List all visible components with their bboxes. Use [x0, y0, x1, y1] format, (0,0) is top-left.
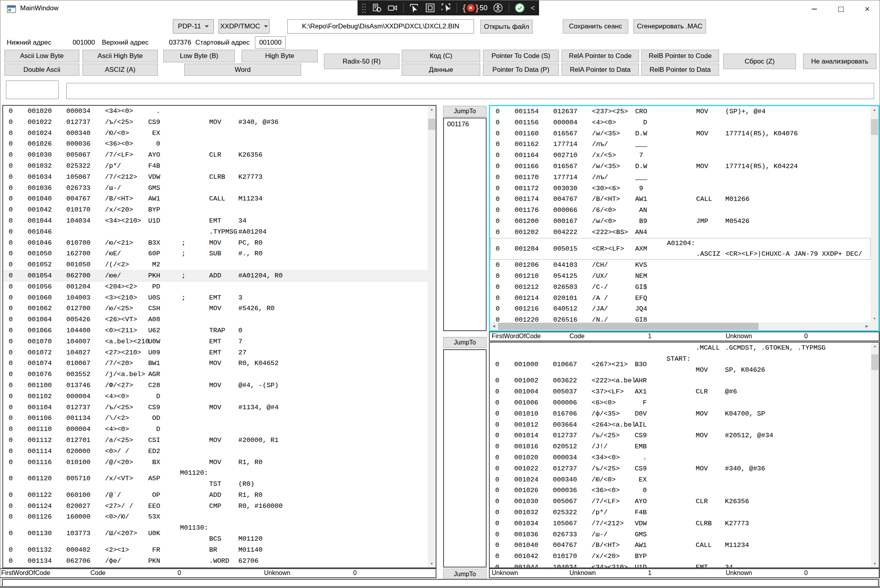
format-select[interactable]: XXDP/TMOC [219, 19, 270, 34]
right-top-horizontal-scrollbar[interactable]: ◀ ▶ [490, 322, 871, 330]
radix50-button[interactable]: Radix-50 (R) [324, 54, 399, 69]
listing-row[interactable]: 0001114020000<0>/ /ED2 [3, 446, 428, 457]
jumpto-list-top[interactable]: 001176 [443, 118, 487, 331]
listing-row[interactable]: 0001206044103/CH/KVS [490, 260, 871, 271]
high-byte-button[interactable]: High Byte [242, 50, 318, 62]
listing-row[interactable]: 0001212026503/C-/GI$ [490, 282, 871, 293]
listing-row[interactable]: 0001120005710/x/<VT>A5PM01120:TST(R0) [3, 468, 428, 490]
listing-row[interactable]: 0001000010667<267><21>B3OSTART:MOVSP, K0… [490, 354, 871, 376]
listing-row[interactable]: 0001200000167/w/<0>B9JMPM05426 [490, 216, 871, 227]
listing-row[interactable]: 0001002003622<222><a.belAHR [490, 375, 871, 386]
collapse-chevron-icon[interactable]: < [530, 4, 535, 13]
listing-row[interactable]: .MCALL.GCMDST, .GTOKEN, .TYPMSG [490, 343, 871, 354]
no-analyze-button[interactable]: Не анализировать [803, 54, 876, 69]
start-address-input[interactable]: 001000 [255, 36, 286, 49]
jumpto-button-middle[interactable]: JumpTo [443, 337, 487, 348]
listing-row[interactable]: 0001102000004<4><0>D [3, 391, 428, 402]
listing-row[interactable]: 0001032025322/p*/F4B [490, 507, 871, 518]
jumpto-button-top[interactable]: JumpTo [443, 106, 487, 117]
listing-row[interactable]: 0001026000036<36><0>0 [490, 485, 871, 496]
listing-row[interactable]: 0001020000034<34><0>. [490, 452, 871, 463]
listing-row[interactable]: 0001104012737/ъ/<25>CS9MOV#1134, @#4 [3, 402, 428, 413]
double-ascii-button[interactable]: Double Ascii [4, 64, 79, 76]
listing-row[interactable]: 0001030005067/7/<LF>AYOCLRK26356 [490, 496, 871, 507]
listing-row[interactable]: 0001046.TYPMSG#A01204 [3, 227, 428, 238]
listing-row[interactable]: 0001202004222<222><BS>AN4 [490, 227, 871, 238]
pointer-to-data-button[interactable]: Pointer To Data (P) [483, 64, 559, 76]
cursor-select-icon[interactable] [409, 3, 419, 13]
right-bottom-vertical-scrollbar[interactable]: ▲ ▼ [871, 343, 879, 567]
open-file-button[interactable]: Открыть файл [480, 20, 533, 34]
camera-icon[interactable] [388, 3, 398, 13]
listing-row[interactable]: 0001042010170/x/<20>BYP [3, 204, 428, 215]
listing-row[interactable]: 0001176000066/6/<0>AN [490, 205, 871, 216]
listing-row[interactable]: 0001044104034<34><210>U1DEMT34 [490, 562, 871, 567]
listing-row[interactable]: 0001034105067/7/<212>VDWCLRBK27773 [490, 518, 871, 529]
scroll-up-icon[interactable]: ▲ [871, 343, 879, 350]
ascii-low-byte-button[interactable]: Ascii Low Byte [4, 50, 79, 62]
listing-row[interactable]: 0001026000036<36><0>0 [3, 139, 428, 150]
generate-mac-button[interactable]: Сгенерировать .MAC [633, 19, 706, 34]
relb-pointer-to-data-button[interactable]: RelB Pointer to Data [641, 64, 719, 76]
listing-row[interactable]: 0001204005015<CR><LF>AXMA01204:.ASCIZ<CR… [490, 238, 871, 260]
listing-row[interactable]: 0001126160000<0>/Ю/53X [3, 511, 428, 522]
listing-row[interactable]: 0001100013746/Ф/<27>C28MOV@#4, -(SP) [3, 380, 428, 391]
listing-row[interactable]: 0001070104007<a.bel><210U0WEMT7 [3, 336, 428, 347]
listing-row[interactable]: 0001162177714/лъ/___ [490, 139, 871, 150]
listing-row[interactable]: 0001064005426<26><VT>A08 [3, 314, 428, 325]
listing-row[interactable]: 0001022012737/ъ/<25>CS9MOV#340, @#36 [490, 463, 871, 474]
listing-row[interactable]: 0001124020027<27>/ /EEOCMPR0, #160000 [3, 501, 428, 512]
listing-row[interactable]: 0001132000402<2><1>FRBRM01140 [3, 545, 428, 556]
listing-row[interactable]: 0001214020101/A /EFQ [490, 293, 871, 304]
listing-row[interactable]: 0001022012737/ъ/<25>CS9MOV#340, @#36 [3, 117, 428, 128]
listing-row[interactable]: 0001036026733/ш-/GMS [3, 183, 428, 194]
aux-field-wide[interactable] [66, 83, 874, 99]
cpu-select[interactable]: PDP-11 [173, 19, 214, 34]
listing-row[interactable]: 0001024000340/Ю/<0>EX [490, 474, 871, 485]
word-button[interactable]: Word [184, 64, 301, 76]
listing-row[interactable]: 0001046010700/ю/<21>B3X;MOVPC, R0 [3, 238, 428, 249]
listing-row[interactable]: 0001052001050/(/<2>M2 [3, 259, 428, 270]
jump-history-item[interactable]: 001176 [444, 118, 486, 128]
listing-row[interactable]: 0001062012700/ю/<25>CSHMOV#5426, R0 [3, 303, 428, 314]
region-select-icon[interactable] [441, 3, 451, 13]
listing-row[interactable]: 0001106001134/\/<2>OD [3, 413, 428, 424]
rela-pointer-to-code-button[interactable]: RelA Pointer to Code [562, 50, 639, 62]
close-button[interactable]: ✕ [854, 0, 880, 18]
drag-handle-icon[interactable] [361, 3, 366, 13]
code-button[interactable]: Код (С) [402, 50, 480, 62]
scrollbar-thumb[interactable] [428, 119, 435, 130]
listing-row[interactable]: 0001020000034<34><0>. [3, 106, 428, 117]
listing-row[interactable]: 0001112012701/а/<25>CSIMOV#20000, R1 [3, 435, 428, 446]
listing-row[interactable]: 0001054062700/юе/PKH;ADD#A01204, R0 [3, 270, 428, 281]
file-path-input[interactable]: K:\Repo\ForDebug\DisAsm\XXDP\DXCL\DXCL2.… [287, 19, 474, 34]
listing-row[interactable]: 0001130103773/Ш/<207>U0KM01130:BCSM01120 [3, 522, 428, 545]
listing-row[interactable]: 0001066104400<0><211>U62TRAP0 [3, 325, 428, 336]
minimize-button[interactable] [801, 0, 828, 18]
listing-row[interactable]: 0001122060100/@`/OPADDR1, R0 [3, 490, 428, 501]
listing-row[interactable]: 0001134062706/фе/PKN.WORD62706 [3, 556, 428, 567]
listing-row[interactable]: 0001160016567/w/<35>D.WMOV177714(R5), K0… [490, 128, 871, 139]
listing-row[interactable]: 0001040004767/В/<HT>AW1CALLM11234 [3, 193, 428, 204]
pointer-to-code-button[interactable]: Pointer To Code (S) [483, 50, 559, 62]
scrollbar-thumb[interactable] [871, 354, 878, 370]
asciz-button[interactable]: ASCIZ (A) [82, 64, 158, 76]
scroll-down-icon[interactable]: ▼ [871, 315, 878, 322]
maximize-button[interactable] [828, 0, 854, 18]
listing-row[interactable]: 0001220026516/N./GI8 [490, 315, 871, 322]
listing-row[interactable]: 0001030005067/7/<LF>AYOCLRK26356 [3, 150, 428, 161]
right-top-vertical-scrollbar[interactable]: ▲ ▼ [871, 106, 878, 322]
listing-row[interactable]: 0001216040512/JA/JQ4 [490, 303, 871, 315]
listing-row[interactable]: 0001042010170/x/<20>BYP [490, 551, 871, 562]
jumpto-list-middle[interactable] [443, 349, 487, 567]
listing-row[interactable]: 0001004005037<37><LF>AX1CLR@#6 [490, 386, 871, 397]
listing-row[interactable]: 0001032025322/p*/F4B [3, 161, 428, 172]
listing-row[interactable]: 0001164002710/x/<5>7 [490, 150, 871, 161]
scroll-up-icon[interactable]: ▲ [871, 106, 878, 114]
data-button[interactable]: Данные [402, 64, 480, 76]
scroll-up-icon[interactable]: ▲ [428, 106, 436, 113]
listing-row[interactable]: 0001166016567/w/<35>D.WMOV177714(R5), K0… [490, 161, 871, 172]
listing-row[interactable]: 0001154012637<237><25>CROMOV(SP)+, @#4 [490, 106, 871, 117]
listing-row[interactable]: 0001174004767/В/<HT>AW1CALLM01266 [490, 194, 871, 205]
error-count-badge[interactable]: { ✕ } 50 [462, 3, 487, 13]
